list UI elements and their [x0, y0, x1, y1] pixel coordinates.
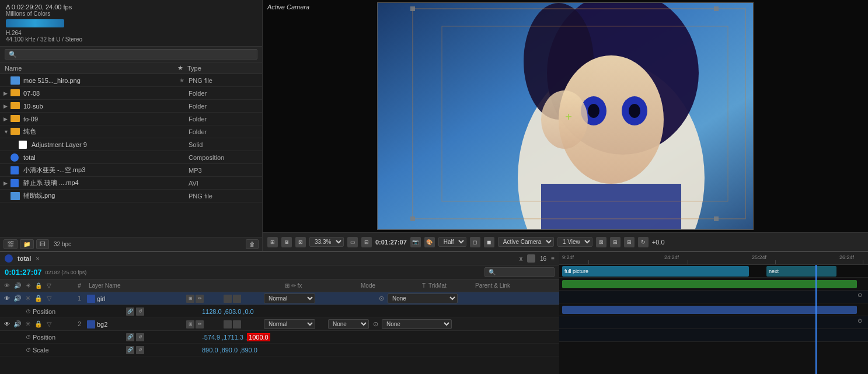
reset-icon[interactable]: ↺ [136, 307, 144, 316]
track-row-girl-position: ⊙ [559, 291, 868, 303]
stopwatch-icon[interactable]: ⏱ [23, 309, 33, 314]
timeline-ruler: 9:24f 24:24f 25:24f 26:24f 27 [559, 252, 868, 265]
highlighted-value[interactable]: 1000.0 [247, 333, 270, 341]
list-item[interactable]: ▶ 静止系 玻璃 ....mp4 AVI [0, 177, 262, 190]
list-item[interactable]: ▶ to-09 Folder [0, 113, 262, 125]
list-item[interactable]: ▼ 纯色 Folder [0, 125, 262, 138]
link-icon[interactable]: 🔗 [126, 333, 134, 341]
file-icon-folder [11, 102, 21, 110]
reset-icon[interactable]: ↺ [136, 346, 144, 354]
menu-icon[interactable]: ≡ [551, 256, 555, 262]
col-type-header: Type [187, 65, 257, 72]
layer-pen-icon[interactable]: ✏ [196, 320, 204, 328]
frame-blending-button[interactable]: ⊞ [610, 237, 621, 247]
track-bar-bg2[interactable] [562, 306, 857, 314]
composition-settings-button[interactable]: ◻ [470, 237, 480, 247]
visibility-toggle[interactable]: 👁 [2, 321, 12, 327]
property-value-girl-position[interactable]: 1128.0 ,603.0 ,0.0 [202, 308, 557, 315]
playhead-arrow [812, 265, 820, 266]
audio-toggle[interactable]: 🔊 [13, 320, 22, 328]
visibility-toggle[interactable]: 👁 [2, 295, 12, 302]
fit-to-view-button[interactable]: ⊞ [267, 237, 278, 247]
link-icon[interactable]: 🔗 [126, 346, 134, 354]
playhead[interactable] [815, 265, 817, 374]
view-count-select[interactable]: 1 View [557, 237, 592, 247]
audio-toggle[interactable]: 🔊 [13, 295, 22, 302]
list-item[interactable]: 小清水亜美 -...空.mp3 MP3 [0, 164, 262, 177]
list-item[interactable]: moe 515..._hiro.png ★ PNG file [0, 74, 262, 87]
lock-toggle[interactable]: 🔒 [34, 295, 43, 302]
layer-parent-select[interactable]: None [382, 319, 452, 329]
collapse-toggle[interactable]: ▽ [44, 320, 54, 328]
delete-button[interactable]: 🗑 [246, 239, 259, 249]
track-label-full-picture: full picture [562, 266, 749, 277]
track-bar-girl[interactable] [562, 280, 857, 288]
svg-rect-18 [714, 216, 719, 221]
layer-trkmat-select[interactable]: None [328, 319, 369, 329]
comp-close-button[interactable]: × [36, 255, 39, 262]
viewport-label: Active Camera [267, 4, 309, 11]
layer-fx-icons: ⊞ ✏ [186, 295, 262, 303]
region-of-interest-button[interactable]: ▭ [347, 237, 358, 247]
stopwatch-icon[interactable]: ⏱ [23, 347, 33, 353]
composition-preview [377, 2, 754, 230]
solo-toggle[interactable]: ☀ [23, 320, 33, 328]
quality-select[interactable]: Half [438, 237, 466, 247]
solo-toggle[interactable]: ☀ [23, 295, 33, 302]
panel-toolbar: 🎬 📁 🎞 32 bpc 🗑 [0, 237, 262, 251]
property-value-bg2-scale[interactable]: 890.0 ,890.0 ,890.0 [202, 347, 557, 354]
file-name: total [23, 154, 175, 161]
stopwatch-icon[interactable]: ⏱ [23, 334, 33, 340]
list-item[interactable]: ▶ 07-08 Folder [0, 87, 262, 100]
layer-row-girl[interactable]: 👁 🔊 ☀ 🔒 ▽ 1 girl ⊞ ✏ Norm [0, 292, 559, 305]
list-item[interactable]: ▶ 10-sub Folder [0, 100, 262, 113]
file-icon-png [11, 192, 21, 200]
layer-anchor-icon[interactable]: ⊞ [186, 320, 194, 328]
draft-3d-button[interactable]: ⊠ [596, 237, 606, 247]
layer-mode-select[interactable]: Normal [264, 293, 315, 303]
col-star-header: ★ [173, 64, 187, 72]
link-icon[interactable]: 🔗 [126, 307, 134, 316]
toggle-transparency-button[interactable]: ⊠ [295, 237, 306, 247]
file-name: 10-sub [23, 103, 175, 110]
new-comp-button[interactable]: 🎞 [36, 239, 49, 249]
timeline-timecode[interactable]: 0:01:27:07 [5, 268, 42, 277]
collapse-toggle[interactable]: ▽ [44, 295, 54, 302]
composition-view-button[interactable]: 🖥 [281, 237, 292, 247]
layer-pen-icon[interactable]: ✏ [196, 295, 204, 303]
timeline-search-input[interactable] [484, 267, 555, 277]
list-item[interactable]: Adjustment Layer 9 Solid [0, 138, 262, 151]
file-type: Folder [189, 90, 259, 97]
track-row-girl [559, 278, 868, 291]
reset-icon[interactable]: ↺ [136, 333, 144, 341]
project-search-input[interactable] [5, 49, 257, 60]
new-folder-button[interactable]: 📁 [20, 239, 34, 249]
color-picker-button[interactable]: 🎨 [424, 237, 435, 247]
region-render-button[interactable]: ◼ [484, 237, 494, 247]
zoom-select[interactable]: 33.3% [309, 237, 344, 247]
arrow-icon: ▶ [4, 180, 11, 186]
list-item[interactable]: 辅助线.png PNG file [0, 190, 262, 202]
bpc-display: 32 bpc [54, 241, 71, 247]
viewport-canvas[interactable] [263, 0, 868, 232]
camera-icon[interactable]: 📷 [410, 237, 421, 247]
camera-view-select[interactable]: Active Camera [498, 237, 554, 247]
file-type: AVI [189, 180, 259, 187]
toggle-grid-button[interactable]: ⊟ [361, 237, 372, 247]
layer-adj-icon [233, 295, 241, 303]
layer-mode-select[interactable]: Normal [264, 319, 315, 329]
interpret-footage-button[interactable]: 🎬 [4, 239, 18, 249]
file-icon-solid [19, 141, 29, 149]
adjust-exposure-button[interactable]: ↻ [638, 237, 649, 247]
property-value-bg2-position[interactable]: -574.9 ,1711.3 ,1000.0 [202, 334, 557, 341]
list-item[interactable]: total Composition [0, 151, 262, 164]
file-icon-avi [11, 179, 21, 187]
layer-anchor-icon[interactable]: ⊞ [186, 295, 194, 303]
property-name: Position [33, 334, 126, 341]
lock-toggle[interactable]: 🔒 [34, 320, 43, 328]
file-star[interactable]: ★ [175, 77, 189, 83]
layer-parent-select[interactable]: None [388, 293, 458, 303]
file-type: PNG file [189, 193, 259, 200]
motion-blur-button[interactable]: ⊞ [624, 237, 635, 247]
layer-row-bg2[interactable]: 👁 🔊 ☀ 🔒 ▽ 2 bg2 ⊞ ✏ Norma [0, 318, 559, 331]
